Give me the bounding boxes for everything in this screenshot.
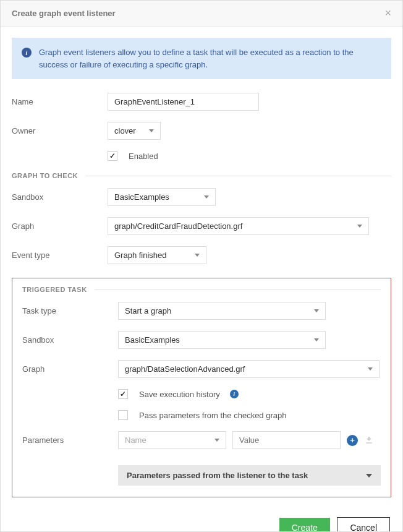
- chevron-down-icon: [314, 309, 319, 312]
- chevron-down-icon: [357, 225, 362, 228]
- owner-label: Owner: [12, 126, 108, 135]
- task-graph-select[interactable]: graph/DataSelectionAdvanced.grf: [118, 360, 380, 378]
- close-icon[interactable]: ×: [384, 7, 391, 20]
- enabled-label: Enabled: [129, 152, 158, 161]
- chevron-down-icon: [368, 367, 373, 371]
- check-graph-value: graph/CreditCardFraudDetection.grf: [114, 221, 242, 231]
- section-title: GRAPH TO CHECK: [12, 172, 78, 179]
- row-name: Name: [12, 93, 391, 111]
- chevron-down-icon: [149, 129, 154, 132]
- task-sandbox-label: Sandbox: [22, 335, 118, 345]
- parameters-accordion[interactable]: Parameters passed from the listener to t…: [118, 465, 381, 486]
- info-icon[interactable]: i: [230, 390, 239, 398]
- task-type-label: Task type: [22, 306, 118, 315]
- pass-params-label: Pass parameters from the checked graph: [139, 411, 286, 420]
- accordion-title: Parameters passed from the listener to t…: [127, 471, 308, 480]
- save-history-label: Save execution history: [139, 390, 220, 399]
- cancel-button[interactable]: Cancel: [337, 517, 390, 532]
- chevron-down-icon: [314, 338, 319, 341]
- check-sandbox-select[interactable]: BasicExamples: [108, 188, 216, 206]
- param-name-select[interactable]: Name: [118, 431, 226, 449]
- section-triggered-task: TRIGGERED TASK: [22, 286, 381, 293]
- task-graph-value: graph/DataSelectionAdvanced.grf: [125, 364, 245, 374]
- task-graph-label: Graph: [22, 364, 118, 374]
- import-parameter-icon: [364, 435, 374, 445]
- chevron-down-icon: [366, 474, 372, 478]
- enabled-checkbox[interactable]: [108, 151, 117, 161]
- name-label: Name: [12, 97, 108, 106]
- dialog-title: Create graph event listener: [12, 9, 116, 18]
- row-parameters: Parameters Name +: [22, 431, 381, 449]
- check-graph-select[interactable]: graph/CreditCardFraudDetection.grf: [108, 217, 369, 235]
- dialog-footer: Create Cancel: [1, 508, 402, 532]
- task-sandbox-select[interactable]: BasicExamples: [118, 331, 326, 349]
- pass-params-checkbox[interactable]: [118, 410, 128, 420]
- event-type-label: Event type: [12, 251, 108, 260]
- parameters-label: Parameters: [22, 435, 118, 445]
- event-type-select[interactable]: Graph finished: [108, 246, 206, 264]
- owner-select[interactable]: clover: [108, 122, 161, 140]
- dialog-header: Create graph event listener ×: [1, 1, 402, 27]
- row-event-type: Event type Graph finished: [12, 246, 391, 264]
- create-button[interactable]: Create: [279, 518, 330, 532]
- row-owner: Owner clover: [12, 122, 391, 140]
- section-title: TRIGGERED TASK: [22, 286, 87, 293]
- chevron-down-icon: [204, 195, 209, 199]
- row-check-sandbox: Sandbox BasicExamples: [12, 188, 391, 206]
- add-parameter-icon[interactable]: +: [347, 435, 358, 446]
- info-banner: i Graph event listeners allow you to def…: [12, 38, 391, 79]
- task-sandbox-value: BasicExamples: [125, 335, 180, 345]
- task-type-value: Start a graph: [125, 306, 171, 315]
- dialog-body: i Graph event listeners allow you to def…: [1, 27, 402, 508]
- row-accordion-wrap: Parameters passed from the listener to t…: [22, 460, 381, 486]
- info-text: Graph event listeners allow you to defin…: [39, 46, 381, 71]
- row-task-graph: Graph graph/DataSelectionAdvanced.grf: [22, 360, 381, 378]
- param-name-placeholder: Name: [125, 435, 146, 445]
- info-icon: i: [22, 48, 32, 58]
- check-graph-label: Graph: [12, 221, 108, 231]
- task-type-select[interactable]: Start a graph: [118, 302, 326, 320]
- row-save-history: Save execution history i: [22, 389, 381, 399]
- save-history-checkbox[interactable]: [118, 389, 128, 399]
- name-input[interactable]: [108, 93, 259, 111]
- row-task-sandbox: Sandbox BasicExamples: [22, 331, 381, 349]
- row-enabled: Enabled: [12, 151, 391, 161]
- chevron-down-icon: [195, 254, 200, 257]
- check-sandbox-value: BasicExamples: [114, 192, 169, 202]
- event-type-value: Graph finished: [114, 251, 167, 260]
- form: Name Owner clover Enabled GRAPH TO CHECK: [12, 93, 391, 497]
- section-graph-to-check: GRAPH TO CHECK: [12, 172, 391, 179]
- row-pass-params: Pass parameters from the checked graph: [22, 410, 381, 420]
- param-value-input[interactable]: [232, 431, 341, 449]
- chevron-down-icon: [214, 439, 219, 442]
- triggered-task-section: TRIGGERED TASK Task type Start a graph S…: [12, 278, 391, 497]
- check-sandbox-label: Sandbox: [12, 192, 108, 202]
- owner-value: clover: [114, 126, 136, 135]
- row-check-graph: Graph graph/CreditCardFraudDetection.grf: [12, 217, 391, 235]
- row-task-type: Task type Start a graph: [22, 302, 381, 320]
